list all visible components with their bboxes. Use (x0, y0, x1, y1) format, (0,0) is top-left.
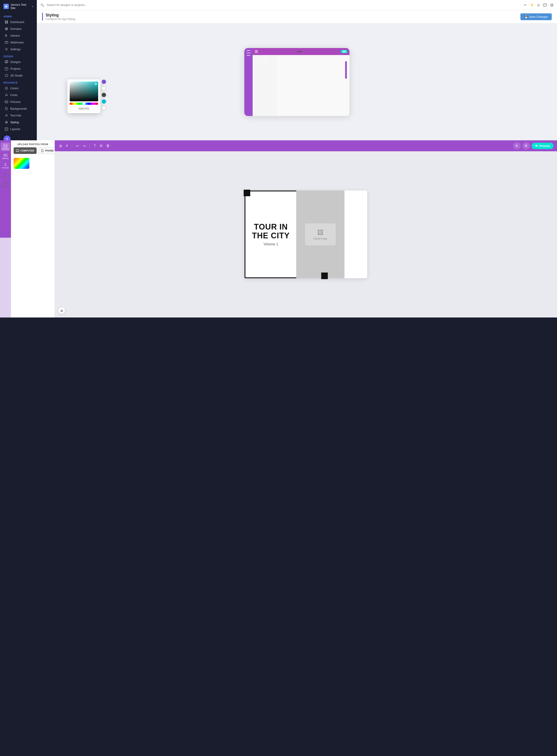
color-swatch-dark[interactable] (101, 92, 106, 97)
color-picker-hue[interactable] (70, 103, 98, 105)
phone-button[interactable]: PHONE (38, 147, 56, 154)
page-subtitle: Configure the App Styling (46, 18, 75, 21)
sidebar-item-layouts-label: Layouts (10, 128, 20, 131)
svg-rect-4 (6, 22, 8, 24)
sidebar-item-colors[interactable]: Colors (1, 85, 35, 91)
app-preview (244, 48, 350, 116)
svg-rect-22 (4, 144, 7, 147)
upload-thumbnail[interactable] (13, 158, 52, 169)
sidebar-item-layouts[interactable]: Layouts (1, 126, 35, 132)
menu-line-3 (255, 52, 258, 53)
app-preview-topbar (253, 48, 350, 55)
color-swatch-white2[interactable] (101, 106, 106, 111)
svg-rect-1 (5, 21, 6, 22)
tool-images[interactable]: IMAGES (1, 152, 10, 161)
sidebar-item-styling-label: Styling (10, 120, 19, 124)
sidebar-item-textarts[interactable]: Text Arts (1, 112, 35, 119)
corner-br-decoration (321, 273, 328, 279)
undo-toolbar-icon[interactable]: ↩ (75, 143, 80, 149)
editor-canvas: TOUR IN THE CITY Volume 1 🖼 Upload Image… (55, 151, 557, 317)
color-swatch-cyan[interactable] (101, 99, 106, 104)
sidebar-item-designs[interactable]: Designs (1, 59, 35, 65)
resource-section-label: RESOURCE (0, 79, 37, 85)
sidebar-item-domains[interactable]: Domains (1, 26, 35, 32)
save-label: Save Changes (529, 15, 548, 19)
svg-rect-28 (16, 149, 19, 151)
sidebar-item-fonts[interactable]: Fonts (1, 92, 35, 98)
tool-instagram[interactable]: INSTAGRAM (1, 180, 10, 189)
chat-icon[interactable]: 💬 (543, 3, 547, 7)
preview-eye-icon: 👁 (535, 144, 538, 147)
close-button[interactable]: ✕ (522, 142, 530, 149)
sidebar-item-projects[interactable]: Projects (1, 65, 35, 72)
menu-line-1 (255, 50, 258, 51)
canvas-right-panel[interactable]: 🖼 Upload Image (296, 191, 345, 278)
search-input[interactable] (47, 3, 521, 6)
layers-toolbar-icon[interactable]: ⧉ (99, 143, 103, 149)
svg-point-14 (7, 88, 7, 88)
color-picker-hue-thumb (82, 102, 85, 105)
redo-toolbar-icon[interactable]: ↪ (82, 143, 87, 149)
power-icon[interactable]: ⏻ (550, 3, 554, 7)
svg-rect-11 (5, 68, 8, 70)
tool-bkgrnd[interactable]: BKGRND (1, 142, 10, 151)
color-swatch-white[interactable] (101, 86, 106, 91)
admin-section-label: ADMIN (0, 13, 37, 19)
app-preview-left-col (253, 55, 277, 116)
hash-toolbar-icon[interactable]: # (65, 143, 69, 149)
svg-point-8 (6, 49, 7, 50)
sidebar-item-settings-label: Settings (10, 48, 21, 51)
color-hex-input[interactable] (70, 106, 98, 111)
sidebar-item-admins[interactable]: Admins (1, 32, 35, 39)
tools-sidebar: BKGRND IMAGES UPLOAD FACEBOOK INSTAGRAM (0, 140, 11, 317)
refresh-button[interactable]: ↻ (513, 142, 521, 149)
app-preview-main (253, 48, 350, 116)
tool-upload[interactable]: UPLOAD (1, 161, 10, 170)
sidebar-item-styling[interactable]: Styling (1, 119, 35, 125)
upload-panel: UPLOAD PHOTOS FROM COMPUTER PHONE (11, 140, 55, 317)
sidebar-item-3dstudio-label: 3D Studio (10, 74, 23, 77)
editor-toolbar: ⊞ # ↩ ↪ T ⧉ 🗑 ↻ ✕ 👁 Preview (55, 140, 557, 151)
pill-bar-3 (345, 50, 346, 53)
main-content: 🔍 ✂ ⚡ ◎ 💬 ⏻ Styling Configure the App St… (37, 0, 557, 140)
sidebar-item-backgrounds[interactable]: Backgrounds (1, 106, 35, 112)
menu-line-2 (255, 51, 258, 52)
preview-label: Preview (539, 144, 550, 147)
svg-point-20 (6, 122, 7, 123)
canvas-subtitle: Volume 1 (264, 242, 278, 246)
lightning-icon[interactable]: ⚡ (530, 3, 534, 7)
sidebar-item-dashboard[interactable]: Dashboard (1, 19, 35, 25)
tool-instagram-label: INSTAGRAM (1, 186, 10, 188)
computer-button[interactable]: COMPUTER (13, 147, 37, 154)
trash-toolbar-icon[interactable]: 🗑 (106, 143, 111, 149)
top-nav: 🔍 ✂ ⚡ ◎ 💬 ⏻ (37, 0, 557, 10)
color-picker-cursor (95, 83, 97, 85)
tool-facebook[interactable]: FACEBOOK (1, 171, 10, 179)
circle-icon[interactable]: ◎ (537, 3, 540, 7)
sidebar: Jenna's Test Site ▾ ADMIN Dashboard Doma… (0, 0, 37, 140)
scissors-icon[interactable]: ✂ (524, 3, 527, 7)
toolbar-sep-1 (72, 144, 72, 148)
sidebar-item-3dstudio[interactable]: 3D Studio (1, 72, 35, 79)
preview-left-bar-3 (262, 62, 267, 63)
page-title: Styling (46, 13, 75, 18)
sidebar-item-pictures[interactable]: Pictures (1, 99, 35, 105)
search-icon: 🔍 (40, 3, 44, 7)
save-button[interactable]: 💾 Save Changes (520, 13, 552, 20)
sidebar-item-domains-label: Domains (10, 27, 22, 30)
sidebar-item-admins-label: Admins (10, 34, 20, 37)
upload-source-buttons: COMPUTER PHONE (11, 147, 55, 156)
site-header[interactable]: Jenna's Test Site ▾ (0, 0, 37, 13)
upload-image-placeholder[interactable]: 🖼 Upload Image (305, 223, 336, 245)
sidebar-item-webhooks[interactable]: Webhooks (1, 39, 35, 46)
zoom-button[interactable]: ⊕ (58, 307, 65, 314)
color-swatch-purple[interactable] (101, 79, 106, 84)
preview-button[interactable]: 👁 Preview (532, 143, 554, 149)
text-toolbar-icon[interactable]: T (93, 143, 97, 149)
color-picker-gradient[interactable] (70, 82, 98, 101)
preview-topbar-right (341, 50, 347, 53)
sidebar-item-settings[interactable]: Settings (1, 46, 35, 52)
preview-search-bar (297, 51, 302, 52)
thumb-image[interactable] (13, 158, 29, 169)
grid-toolbar-icon[interactable]: ⊞ (58, 143, 63, 149)
